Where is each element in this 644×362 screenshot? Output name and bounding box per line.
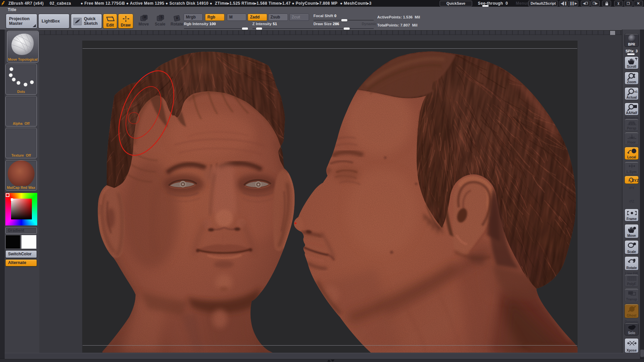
svg-text:x1: x1 (634, 90, 638, 93)
svg-text:XYZ: XYZ (632, 178, 639, 183)
